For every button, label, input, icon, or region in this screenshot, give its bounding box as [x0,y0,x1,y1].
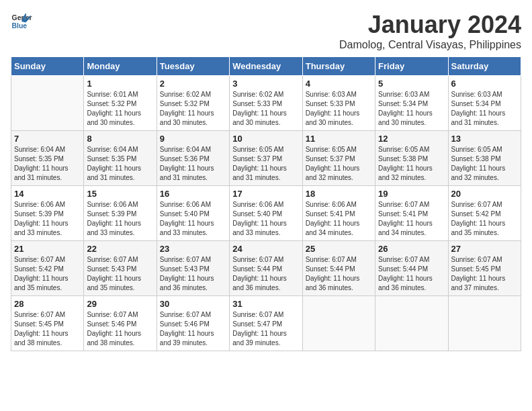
day-info: Sunrise: 6:05 AMSunset: 5:38 PMDaylight:… [378,145,445,183]
day-number: 23 [160,244,226,254]
calendar-week-row: 7Sunrise: 6:04 AMSunset: 5:35 PMDaylight… [11,131,521,186]
calendar-cell: 9Sunrise: 6:04 AMSunset: 5:36 PMDaylight… [157,131,229,186]
day-number: 24 [232,244,299,254]
calendar-cell: 12Sunrise: 6:05 AMSunset: 5:38 PMDayligh… [375,131,448,186]
calendar-cell: 14Sunrise: 6:06 AMSunset: 5:39 PMDayligh… [11,186,84,241]
calendar-cell: 1Sunrise: 6:01 AMSunset: 5:32 PMDaylight… [84,76,157,131]
day-info: Sunrise: 6:07 AMSunset: 5:47 PMDaylight:… [232,310,299,348]
day-number: 19 [378,189,445,199]
day-info: Sunrise: 6:06 AMSunset: 5:40 PMDaylight:… [160,200,226,238]
day-info: Sunrise: 6:03 AMSunset: 5:33 PMDaylight:… [306,90,372,128]
day-number: 12 [378,134,445,144]
calendar-cell: 10Sunrise: 6:05 AMSunset: 5:37 PMDayligh… [230,131,302,186]
day-info: Sunrise: 6:05 AMSunset: 5:37 PMDaylight:… [232,145,299,183]
day-number: 5 [378,79,445,89]
calendar-week-row: 21Sunrise: 6:07 AMSunset: 5:42 PMDayligh… [11,241,521,296]
location-title: Damolog, Central Visayas, Philippines [339,39,521,51]
day-info: Sunrise: 6:07 AMSunset: 5:46 PMDaylight:… [160,310,226,348]
calendar-cell: 6Sunrise: 6:03 AMSunset: 5:34 PMDaylight… [448,76,521,131]
day-number: 6 [451,79,518,89]
calendar-cell: 3Sunrise: 6:02 AMSunset: 5:33 PMDaylight… [230,76,302,131]
day-info: Sunrise: 6:07 AMSunset: 5:44 PMDaylight:… [306,255,372,293]
calendar-cell [375,296,448,351]
day-header-saturday: Saturday [448,57,521,76]
day-number: 27 [451,244,518,254]
day-header-tuesday: Tuesday [157,57,229,76]
calendar-cell [11,76,84,131]
day-number: 13 [451,134,518,144]
calendar-cell: 4Sunrise: 6:03 AMSunset: 5:33 PMDaylight… [302,76,375,131]
day-info: Sunrise: 6:01 AMSunset: 5:32 PMDaylight:… [87,90,153,128]
calendar-cell: 5Sunrise: 6:03 AMSunset: 5:34 PMDaylight… [375,76,448,131]
page-header: General Blue January 2024 Damolog, Centr… [11,11,521,51]
calendar-cell: 30Sunrise: 6:07 AMSunset: 5:46 PMDayligh… [157,296,229,351]
calendar-cell: 11Sunrise: 6:05 AMSunset: 5:37 PMDayligh… [302,131,375,186]
logo: General Blue [11,11,32,32]
calendar-cell: 21Sunrise: 6:07 AMSunset: 5:42 PMDayligh… [11,241,84,296]
calendar-cell: 7Sunrise: 6:04 AMSunset: 5:35 PMDaylight… [11,131,84,186]
calendar-cell: 2Sunrise: 6:02 AMSunset: 5:32 PMDaylight… [157,76,229,131]
day-number: 25 [306,244,372,254]
day-header-monday: Monday [84,57,157,76]
calendar-cell: 13Sunrise: 6:05 AMSunset: 5:38 PMDayligh… [448,131,521,186]
calendar-cell: 28Sunrise: 6:07 AMSunset: 5:45 PMDayligh… [11,296,84,351]
day-info: Sunrise: 6:03 AMSunset: 5:34 PMDaylight:… [378,90,445,128]
calendar-cell: 16Sunrise: 6:06 AMSunset: 5:40 PMDayligh… [157,186,229,241]
day-header-thursday: Thursday [302,57,375,76]
calendar-cell [448,296,521,351]
day-number: 16 [160,189,226,199]
calendar-cell: 26Sunrise: 6:07 AMSunset: 5:44 PMDayligh… [375,241,448,296]
day-number: 9 [160,134,226,144]
day-info: Sunrise: 6:07 AMSunset: 5:46 PMDaylight:… [87,310,153,348]
day-number: 29 [87,299,153,309]
day-info: Sunrise: 6:07 AMSunset: 5:42 PMDaylight:… [14,255,81,293]
calendar-cell: 20Sunrise: 6:07 AMSunset: 5:42 PMDayligh… [448,186,521,241]
day-header-friday: Friday [375,57,448,76]
day-info: Sunrise: 6:04 AMSunset: 5:35 PMDaylight:… [14,145,81,183]
day-info: Sunrise: 6:06 AMSunset: 5:41 PMDaylight:… [306,200,372,238]
calendar-cell: 18Sunrise: 6:06 AMSunset: 5:41 PMDayligh… [302,186,375,241]
day-number: 10 [232,134,299,144]
day-number: 22 [87,244,153,254]
day-number: 26 [378,244,445,254]
day-info: Sunrise: 6:05 AMSunset: 5:37 PMDaylight:… [306,145,372,183]
day-info: Sunrise: 6:07 AMSunset: 5:44 PMDaylight:… [232,255,299,293]
calendar-cell: 23Sunrise: 6:07 AMSunset: 5:43 PMDayligh… [157,241,229,296]
day-info: Sunrise: 6:07 AMSunset: 5:44 PMDaylight:… [378,255,445,293]
calendar-cell [302,296,375,351]
day-number: 8 [87,134,153,144]
day-number: 1 [87,79,153,89]
day-number: 7 [14,134,81,144]
day-header-wednesday: Wednesday [230,57,302,76]
calendar-cell: 29Sunrise: 6:07 AMSunset: 5:46 PMDayligh… [84,296,157,351]
day-header-sunday: Sunday [11,57,84,76]
calendar-week-row: 28Sunrise: 6:07 AMSunset: 5:45 PMDayligh… [11,296,521,351]
calendar-week-row: 1Sunrise: 6:01 AMSunset: 5:32 PMDaylight… [11,76,521,131]
calendar-cell: 15Sunrise: 6:06 AMSunset: 5:39 PMDayligh… [84,186,157,241]
calendar-table: SundayMondayTuesdayWednesdayThursdayFrid… [11,56,521,351]
title-area: January 2024 Damolog, Central Visayas, P… [339,11,521,51]
day-info: Sunrise: 6:06 AMSunset: 5:40 PMDaylight:… [232,200,299,238]
day-info: Sunrise: 6:07 AMSunset: 5:41 PMDaylight:… [378,200,445,238]
calendar-cell: 24Sunrise: 6:07 AMSunset: 5:44 PMDayligh… [230,241,302,296]
day-number: 15 [87,189,153,199]
day-number: 28 [14,299,81,309]
day-number: 18 [306,189,372,199]
calendar-cell: 25Sunrise: 6:07 AMSunset: 5:44 PMDayligh… [302,241,375,296]
calendar-cell: 17Sunrise: 6:06 AMSunset: 5:40 PMDayligh… [230,186,302,241]
day-number: 4 [306,79,372,89]
calendar-cell: 19Sunrise: 6:07 AMSunset: 5:41 PMDayligh… [375,186,448,241]
calendar-cell: 22Sunrise: 6:07 AMSunset: 5:43 PMDayligh… [84,241,157,296]
day-number: 17 [232,189,299,199]
day-info: Sunrise: 6:04 AMSunset: 5:36 PMDaylight:… [160,145,226,183]
calendar-cell: 31Sunrise: 6:07 AMSunset: 5:47 PMDayligh… [230,296,302,351]
calendar-week-row: 14Sunrise: 6:06 AMSunset: 5:39 PMDayligh… [11,186,521,241]
logo-icon: General Blue [11,11,32,32]
day-info: Sunrise: 6:07 AMSunset: 5:43 PMDaylight:… [160,255,226,293]
day-number: 30 [160,299,226,309]
day-info: Sunrise: 6:02 AMSunset: 5:33 PMDaylight:… [232,90,299,128]
day-info: Sunrise: 6:07 AMSunset: 5:42 PMDaylight:… [451,200,518,238]
day-info: Sunrise: 6:07 AMSunset: 5:43 PMDaylight:… [87,255,153,293]
svg-text:Blue: Blue [12,22,28,30]
day-info: Sunrise: 6:07 AMSunset: 5:45 PMDaylight:… [14,310,81,348]
